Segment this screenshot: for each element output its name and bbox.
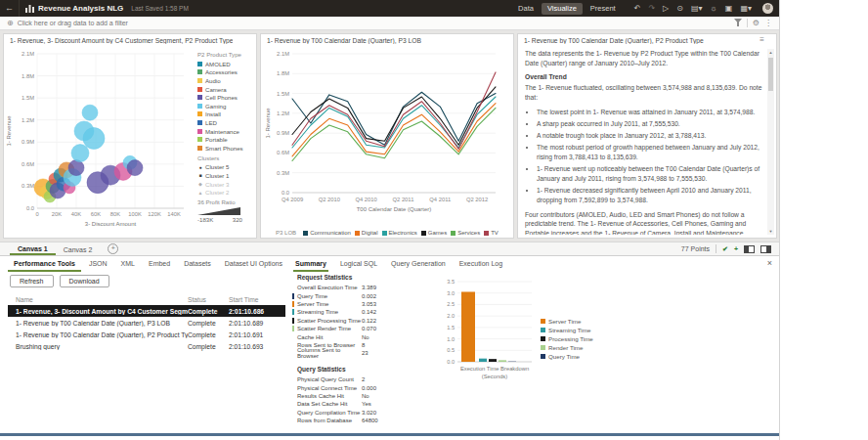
- legend-label: Gaming: [205, 103, 226, 110]
- cluster-item-cluster-3[interactable]: ◆Cluster 3: [197, 180, 254, 189]
- stat-value: 2: [362, 376, 365, 382]
- scatter-chart: 0.00.3M0.6M0.9M1.2M1.5M1.8M2.1M020K40K60…: [4, 46, 195, 238]
- dock-tab-dataset-ui-options[interactable]: Dataset UI Options: [219, 258, 288, 272]
- layout-single-icon[interactable]: [744, 245, 755, 253]
- layout-split-icon[interactable]: [760, 245, 771, 253]
- legend-item-camera[interactable]: Camera: [197, 85, 254, 94]
- status-bar-right: 77 Points ✔ +: [681, 244, 779, 253]
- execution-chart-legend: Server TimeStreaming TimeProcessing Time…: [541, 317, 593, 361]
- bar-server-time[interactable]: [461, 291, 475, 362]
- detail-tab-logical-sql[interactable]: Logical SQL: [338, 258, 379, 272]
- present-frame-icon[interactable]: ▣: [725, 4, 733, 13]
- panel-menu-icon[interactable]: ≡: [760, 35, 764, 44]
- nav-visualize[interactable]: Visualize: [542, 3, 583, 15]
- stat-value: 64800: [362, 418, 378, 423]
- detail-tab-summary[interactable]: Summary: [293, 258, 328, 272]
- canvas-settings-icon[interactable]: ▤▾: [691, 4, 703, 13]
- dock-resize-handle[interactable]: [0, 433, 779, 436]
- legend-item-communication[interactable]: Communication: [303, 230, 351, 236]
- cluster-item-cluster-5[interactable]: ●Cluster 5: [197, 163, 254, 172]
- dock-tab-datasets[interactable]: Datasets: [178, 258, 217, 272]
- legend-item-audio[interactable]: Audio: [197, 76, 254, 85]
- column-header-name[interactable]: Name: [8, 296, 188, 303]
- line-series-tv[interactable]: [292, 72, 496, 149]
- insights-icon[interactable]: ☼: [711, 4, 717, 13]
- legend-item-tv[interactable]: TV: [484, 230, 499, 236]
- legend-item-led[interactable]: LED: [197, 118, 254, 127]
- scatter-point[interactable]: [127, 160, 143, 176]
- legend-item-maintenance[interactable]: Maintenance: [197, 127, 254, 136]
- download-button[interactable]: Download: [60, 275, 109, 287]
- legend-label: Query Time: [548, 353, 580, 360]
- column-header-status[interactable]: Status: [188, 296, 229, 303]
- query-table-row[interactable]: Brushing queryComplete2:01:10.693: [8, 340, 285, 352]
- nav-data[interactable]: Data: [512, 3, 540, 15]
- kebab-menu-icon[interactable]: ⋮: [764, 19, 772, 27]
- legend-item-accessories[interactable]: Accessories: [197, 68, 254, 77]
- legend-item-digital[interactable]: Digital: [355, 230, 378, 236]
- status-ok-icon[interactable]: ✔: [722, 245, 728, 253]
- scatter-point[interactable]: [83, 128, 105, 150]
- legend-item-services[interactable]: Services: [451, 230, 480, 236]
- narrative-scrollbar[interactable]: ▲ ▼: [767, 49, 774, 235]
- user-avatar[interactable]: [762, 3, 773, 14]
- legend-item-amoled[interactable]: AMOLED: [197, 60, 254, 68]
- legend-item-smart-phones[interactable]: Smart Phones: [197, 144, 254, 153]
- line-chart-panel[interactable]: 1- Revenue by T00 Calendar Date (Quarter…: [260, 33, 514, 239]
- add-filter-icon[interactable]: ⊕: [7, 19, 14, 27]
- column-header-start-time[interactable]: Start Time: [229, 296, 280, 303]
- query-start-time: 2:01:10.686: [229, 308, 280, 315]
- preview-icon[interactable]: ▷: [663, 4, 669, 13]
- close-dock-icon[interactable]: ×: [767, 258, 772, 268]
- back-button[interactable]: ←: [0, 0, 20, 17]
- status-add-icon[interactable]: +: [734, 245, 738, 252]
- dock-tab-embed[interactable]: Embed: [143, 258, 176, 272]
- query-table-row[interactable]: 1- Revenue, 3- Discount Amount by C4 Cus…: [8, 305, 285, 317]
- detail-tab-query-generation[interactable]: Query Generation: [389, 258, 448, 272]
- refresh-button[interactable]: Refresh: [10, 275, 54, 287]
- bar-streaming-time[interactable]: [479, 359, 487, 362]
- exec-legend-item-render-time: Render Time: [541, 343, 593, 352]
- nav-present[interactable]: Present: [585, 3, 622, 15]
- scatter-chart-panel[interactable]: 1- Revenue, 3- Discount Amount by C4 Cus…: [3, 33, 257, 239]
- cluster-item-cluster-2[interactable]: ▲Cluster 2: [197, 188, 254, 197]
- filter-bar[interactable]: ⊕ Click here or drag data to add a filte…: [0, 17, 779, 30]
- legend-item-cell-phones[interactable]: Cell Phones: [197, 93, 254, 102]
- legend-item-electronics[interactable]: Electronics: [382, 230, 417, 236]
- history-icon[interactable]: ⊙: [676, 4, 683, 13]
- query-table-row[interactable]: 1- Revenue by T00 Calendar Date (Quarter…: [8, 317, 285, 329]
- add-canvas-button[interactable]: +: [108, 243, 118, 254]
- bar-processing-time[interactable]: [489, 359, 497, 362]
- redo-icon[interactable]: ↷: [648, 4, 655, 13]
- legend-swatch: [541, 319, 545, 324]
- legend-item-portable[interactable]: Portable: [197, 135, 254, 144]
- detail-tab-execution-log[interactable]: Execution Log: [457, 258, 504, 272]
- stat-row: Cache HitNo: [297, 332, 442, 340]
- query-table-row[interactable]: 1- Revenue by T00 Calendar Date (Quarter…: [8, 329, 285, 340]
- legend-item-games[interactable]: Games: [421, 230, 447, 236]
- stat-value: 3.020: [362, 410, 376, 416]
- undo-icon[interactable]: ↶: [634, 4, 641, 13]
- gear-icon[interactable]: ⚙: [753, 19, 760, 27]
- canvas-tab-canvas-1[interactable]: Canvas 1: [10, 242, 56, 255]
- dock-tab-performance-tools[interactable]: Performance Tools: [8, 258, 81, 272]
- canvas-tab-canvas-2[interactable]: Canvas 2: [56, 242, 101, 255]
- scrollbar-thumb[interactable]: [768, 58, 773, 91]
- dock-tab-json[interactable]: JSON: [83, 258, 113, 272]
- legend-item-install[interactable]: Install: [197, 110, 254, 119]
- legend-label: Install: [205, 110, 221, 117]
- scatter-point[interactable]: [82, 105, 98, 120]
- legend-label: Digital: [362, 230, 378, 236]
- grid-menu-icon[interactable]: ▦▾: [740, 4, 752, 13]
- scatter-point[interactable]: [71, 145, 89, 162]
- stat-label: Overall Execution Time: [297, 285, 362, 290]
- dock-tab-xml[interactable]: XML: [115, 258, 141, 272]
- bar-render-time[interactable]: [499, 360, 506, 362]
- scroll-down-icon[interactable]: ▼: [767, 228, 774, 235]
- narrative-panel[interactable]: 1- Revenue by T00 Calendar Date (Quarter…: [517, 33, 777, 239]
- cluster-item-cluster-1[interactable]: ■Cluster 1: [197, 171, 254, 180]
- filter-funnel-icon[interactable]: [734, 19, 742, 28]
- scatter-point[interactable]: [68, 160, 84, 176]
- scroll-up-icon[interactable]: ▲: [767, 49, 774, 56]
- legend-item-gaming[interactable]: Gaming: [197, 102, 254, 110]
